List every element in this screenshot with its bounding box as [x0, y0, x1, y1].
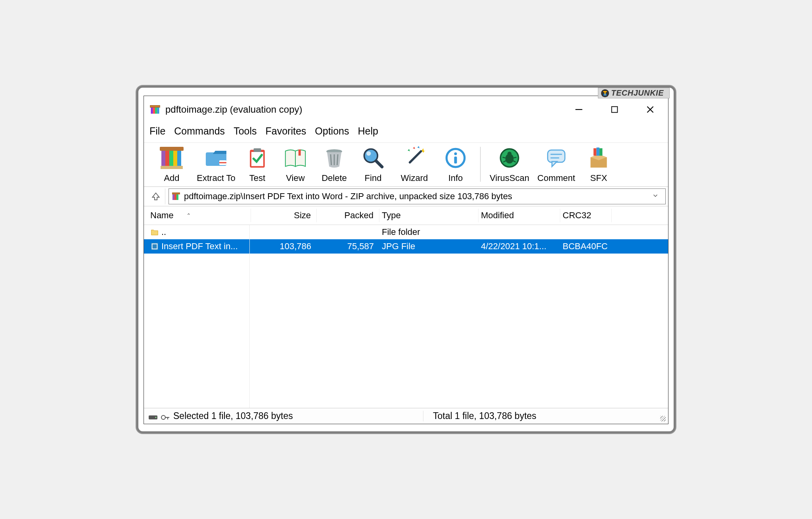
- svg-rect-12: [612, 107, 618, 113]
- titlebar: pdftoimage.zip (evaluation copy): [144, 96, 668, 123]
- toolbar-label: View: [286, 173, 304, 183]
- toolbar-label: Wizard: [401, 173, 428, 183]
- folder-icon: [150, 228, 159, 236]
- chevron-down-icon[interactable]: [648, 191, 663, 202]
- svg-rect-43: [454, 157, 457, 164]
- pathbar: pdftoimage.zip\Insert PDF Text into Word…: [144, 187, 668, 206]
- column-track: [249, 225, 250, 408]
- svg-rect-57: [594, 148, 597, 156]
- path-field[interactable]: pdftoimage.zip\Insert PDF Text into Word…: [169, 188, 666, 204]
- extract-to-button[interactable]: Extract To: [194, 145, 238, 183]
- svg-rect-51: [548, 150, 565, 162]
- column-label: Name: [150, 210, 174, 221]
- minimize-button[interactable]: [561, 100, 597, 119]
- column-crc32[interactable]: CRC32: [560, 209, 612, 222]
- svg-rect-3: [604, 93, 605, 96]
- svg-rect-20: [161, 166, 183, 169]
- wand-icon: [402, 145, 427, 171]
- menu-file[interactable]: File: [149, 125, 165, 137]
- svg-marker-38: [408, 149, 410, 152]
- status-selected: Selected 1 file, 103,786 bytes: [173, 411, 293, 421]
- menu-commands[interactable]: Commands: [174, 125, 225, 137]
- svg-rect-19: [177, 151, 181, 167]
- svg-rect-60: [172, 194, 174, 200]
- menu-help[interactable]: Help: [358, 125, 378, 137]
- svg-line-36: [410, 151, 421, 162]
- file-modified: 4/22/2021 10:1...: [481, 241, 546, 251]
- file-list[interactable]: .. File folder Insert PDF Text in... 103…: [144, 225, 668, 408]
- file-row[interactable]: Insert PDF Text in... 103,786 75,587 JPG…: [144, 239, 668, 254]
- column-type[interactable]: Type: [379, 209, 479, 222]
- file-packed: 75,587: [347, 241, 374, 251]
- svg-rect-63: [172, 192, 180, 194]
- file-name: Insert PDF Text in...: [161, 241, 238, 252]
- column-label: Packed: [345, 210, 373, 221]
- svg-line-30: [331, 154, 331, 165]
- resize-grip[interactable]: [660, 416, 666, 421]
- watermark-badge: TECHJUNKIE: [598, 88, 670, 98]
- svg-rect-7: [155, 108, 157, 114]
- maximize-button[interactable]: [597, 100, 632, 119]
- sfx-button[interactable]: SFX: [580, 145, 618, 183]
- red-arrow-annotation: [235, 407, 291, 408]
- folder-extract-icon: [203, 145, 229, 171]
- svg-line-48: [514, 157, 517, 158]
- archive-icon: [171, 192, 181, 201]
- column-name[interactable]: Name ⌃: [148, 209, 251, 222]
- find-button[interactable]: Find: [354, 145, 392, 183]
- statusbar: Selected 1 file, 103,786 bytes Total 1 f…: [144, 408, 668, 424]
- wizard-button[interactable]: Wizard: [392, 145, 437, 183]
- speech-bubble-icon: [544, 145, 569, 171]
- column-modified[interactable]: Modified: [479, 209, 560, 222]
- svg-rect-15: [161, 151, 165, 167]
- bug-icon: [497, 145, 522, 171]
- up-button[interactable]: [146, 188, 165, 204]
- svg-point-34: [366, 151, 371, 156]
- magnifier-icon: [360, 145, 386, 171]
- file-type: JPG File: [382, 241, 415, 251]
- toolbar-separator: [480, 147, 481, 182]
- test-button[interactable]: Test: [238, 145, 276, 183]
- parent-folder-row[interactable]: .. File folder: [144, 225, 668, 239]
- svg-rect-17: [169, 151, 173, 167]
- path-text: pdftoimage.zip\Insert PDF Text into Word…: [184, 191, 645, 202]
- svg-rect-16: [165, 149, 169, 167]
- svg-rect-5: [151, 108, 153, 114]
- open-book-icon: [283, 145, 308, 171]
- svg-point-68: [155, 417, 157, 418]
- toolbar-label: Delete: [322, 173, 347, 183]
- info-button[interactable]: Info: [437, 145, 475, 183]
- svg-marker-37: [422, 148, 425, 153]
- key-icon: [161, 413, 169, 420]
- file-size: 103,786: [280, 241, 311, 251]
- view-button[interactable]: View: [276, 145, 314, 183]
- toolbar-label: VirusScan: [490, 173, 529, 183]
- column-packed[interactable]: Packed: [317, 209, 379, 222]
- menu-favorites[interactable]: Favorites: [266, 125, 306, 137]
- column-label: Modified: [481, 210, 514, 221]
- sort-caret-icon: ⌃: [186, 212, 191, 219]
- svg-line-47: [503, 157, 506, 158]
- virusscan-button[interactable]: VirusScan: [486, 145, 533, 183]
- svg-rect-18: [173, 150, 177, 167]
- image-file-icon: [150, 242, 159, 251]
- column-label: Size: [294, 210, 311, 221]
- comment-button[interactable]: Comment: [533, 145, 580, 183]
- close-button[interactable]: [632, 100, 668, 119]
- trash-icon: [322, 145, 347, 171]
- info-icon: [443, 145, 468, 171]
- books-icon: [159, 145, 184, 171]
- toolbar-label: Info: [448, 173, 463, 183]
- watermark-icon: [601, 89, 609, 98]
- add-button[interactable]: Add: [149, 145, 194, 183]
- toolbar: Add Extract To: [144, 142, 668, 187]
- svg-marker-39: [413, 147, 415, 149]
- toolbar-label: Find: [365, 173, 382, 183]
- column-size[interactable]: Size: [251, 209, 317, 222]
- menu-tools[interactable]: Tools: [234, 125, 257, 137]
- svg-rect-27: [254, 148, 261, 152]
- window-controls: [561, 100, 668, 119]
- column-label: Type: [382, 210, 401, 221]
- delete-button[interactable]: Delete: [314, 145, 354, 183]
- menu-options[interactable]: Options: [315, 125, 349, 137]
